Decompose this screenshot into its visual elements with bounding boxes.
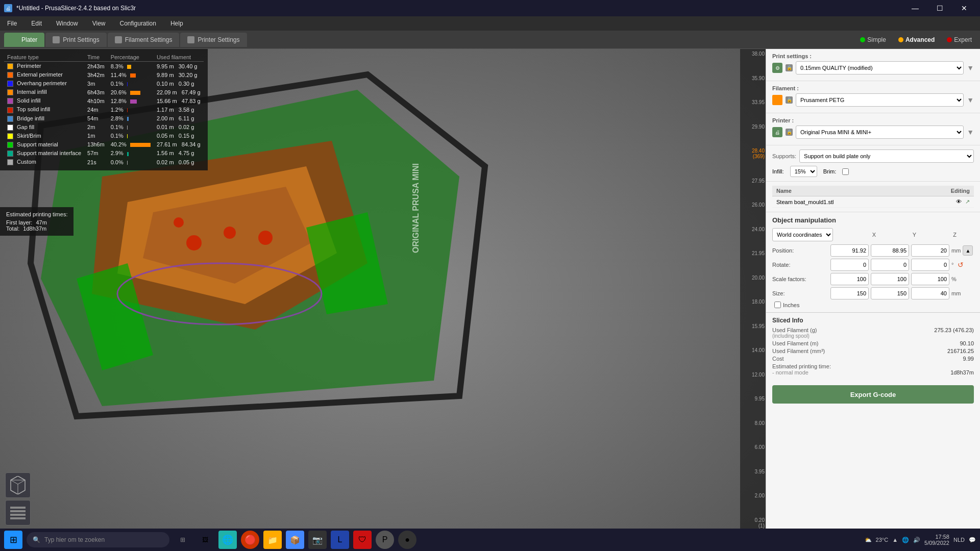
search-bar[interactable]: 🔍 Typ hier om te zoeken [27,532,169,547]
filament-select[interactable]: Prusament PETG [796,93,964,107]
tab-print-settings[interactable]: Print Settings [45,33,106,47]
taskbar-app2[interactable]: ● [398,531,416,549]
taskbar-prusa[interactable]: P [376,531,394,549]
filament-mm3-val: 216716.25 [947,348,974,354]
feature-row: Support material interface 57m 2.9% 1.56… [4,149,204,158]
window-title: *Untitled - PrusaSlicer-2.4.2 based on S… [16,5,136,12]
taskbar-l[interactable]: L [331,531,349,549]
feature-row: Internal infill 6h43m 20.6% 22.09 m 67.4… [4,88,204,96]
inches-checkbox[interactable] [774,302,781,308]
view-cube[interactable] [5,472,31,525]
filament-chevron[interactable]: ▼ [967,96,974,104]
scale-row: Scale factors: % [772,273,974,285]
notification-icon[interactable]: 💬 [969,537,976,543]
menu-help[interactable]: Help [167,18,186,29]
feature-row: Gap fill 2m 0.1% 0.01 m 0.02 g [4,123,204,132]
scale-x-input[interactable] [830,273,869,285]
filament-m-val: 90.10 [960,340,974,346]
close-button[interactable]: ✕ [952,0,976,16]
printer-icon-btn[interactable]: 🖨 [772,127,782,137]
model-row[interactable]: Steam boat_mould1.stl 👁 ↗ [772,196,974,208]
mode-advanced-label: Advanced [905,36,935,43]
size-x-input[interactable] [830,287,869,299]
feature-row: Skirt/Brim 1m 0.1% 0.05 m 0.15 g [4,132,204,140]
layers-icon[interactable] [5,500,31,525]
taskbar-icon-1[interactable]: 🖼 [196,531,214,549]
filament-g-val: 275.23 (476.23) [934,327,974,339]
edit-icon[interactable]: ↗ [965,198,970,205]
first-layer-row: First layer: 47m [6,219,67,226]
mode-simple[interactable]: Simple [856,34,890,45]
pos-z-input[interactable] [911,244,949,257]
coord-system-select[interactable]: World coordinates [772,228,833,241]
rot-y-input[interactable] [871,259,909,271]
minimize-button[interactable]: — [903,0,927,16]
col-feature-type: Feature type [4,53,84,62]
rot-z-input[interactable] [911,259,949,271]
infill-select[interactable]: 15% [790,166,817,177]
volume-icon: 🔊 [913,537,920,543]
mode-advanced[interactable]: Advanced [894,34,939,45]
taskbar-chrome[interactable]: 🔴 [241,531,259,549]
viewport[interactable]: ORIGINAL PRUSA MINI Feature type Time Pe… [0,49,766,551]
cube-3d[interactable] [5,472,31,498]
rotate-reset-btn[interactable]: ↺ [955,260,966,270]
mode-expert[interactable]: Expert [943,34,976,45]
name-table: Name Editing Steam boat_mould1.stl 👁 ↗ [772,186,974,208]
cost-label: Cost [772,356,784,362]
pos-x-input[interactable] [830,244,869,257]
weather-icon: ⛅ [865,537,872,543]
maximize-button[interactable]: ☐ [928,0,951,16]
size-y-input[interactable] [871,287,909,299]
menu-configuration[interactable]: Configuration [117,18,159,29]
name-table-section: Name Editing Steam boat_mould1.stl 👁 ↗ [766,182,980,212]
arrow-icon[interactable]: ▲ [892,537,898,543]
feature-row: Overhang perimeter 3m 0.1% 0.10 m 0.30 g [4,79,204,88]
menu-edit[interactable]: Edit [28,18,45,29]
export-gcode-button[interactable]: Export G-code [772,385,974,404]
filament-mm3-label: Used Filament (mm³) [772,348,825,354]
est-print-label: Estimated printing time: [772,363,831,369]
feature-row: Custom 21s 0.0% 0.02 m 0.05 g [4,158,204,166]
menu-window[interactable]: Window [53,18,81,29]
start-button[interactable]: ⊞ [4,531,22,549]
menu-file[interactable]: File [4,18,20,29]
supports-select[interactable]: Support on build plate only [799,149,974,163]
taskbar-files[interactable]: 📁 [263,531,282,549]
object-manipulation-section: Object manipulation World coordinates X … [766,212,980,312]
scale-y-input[interactable] [871,273,909,285]
scale-z-input[interactable] [911,273,949,285]
first-layer-val: 47m [36,219,46,226]
layer-3 [10,514,26,516]
pos-y-input[interactable] [871,244,909,257]
tab-plater[interactable]: Plater [4,33,44,47]
taskbar-edge[interactable]: 🌐 [218,531,237,549]
tab-printer-settings[interactable]: Printer Settings [180,33,247,47]
tab-filament-settings[interactable]: Filament Settings [108,33,180,47]
taskbar-camera[interactable]: 📷 [308,531,327,549]
printer-chevron[interactable]: ▼ [967,128,974,136]
rot-x-input[interactable] [830,259,869,271]
print-settings-chevron[interactable]: ▼ [967,64,974,72]
print-settings-label: Print settings : [772,53,974,59]
tabbar: Plater Print Settings Filament Settings … [0,31,980,49]
taskbar-antivirus[interactable]: 🛡 [353,531,372,549]
rot-unit: ° [951,262,953,268]
taskbar: ⊞ 🔍 Typ hier om te zoeken ⊞ 🖼 🌐 🔴 📁 📦 📷 … [0,529,980,551]
tab-printer-settings-label: Printer Settings [198,36,239,43]
pos-up-btn[interactable]: ▲ [963,245,973,256]
menu-view[interactable]: View [89,18,109,29]
tab-print-settings-label: Print Settings [63,36,99,43]
eye-icon[interactable]: 👁 [956,198,962,205]
size-z-input[interactable] [911,287,949,299]
svg-point-11 [174,217,184,228]
print-settings-select[interactable]: 0.15mm QUALITY (modified) [796,61,964,74]
task-view-btn[interactable]: ⊞ [174,531,192,549]
system-tray: ⛅ 23°C ▲ 🌐 🔊 17:58 5/09/2022 NLD 💬 [865,534,976,546]
printer-select[interactable]: Original Prusa MINI & MINI+ [796,126,964,139]
printer-label: Printer : [772,117,974,123]
print-settings-icon-btn[interactable]: ⚙ [772,63,782,73]
rotate-label: Rotate: [772,262,828,268]
taskbar-app[interactable]: 📦 [286,531,304,549]
brim-checkbox[interactable] [842,168,849,175]
